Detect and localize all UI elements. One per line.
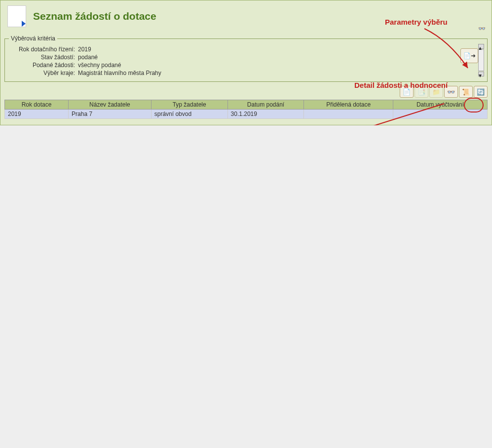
criteria-fieldset: Výběrová kritéria Rok dotačního řízení:2… bbox=[4, 35, 488, 82]
table-row[interactable]: 2019 Praha 7 správní obvod 30.1.2019 bbox=[5, 110, 488, 119]
tool-detail-icon[interactable]: 👓 bbox=[444, 86, 458, 98]
document-icon bbox=[7, 5, 26, 27]
grid-toolbar: 📄 📑 📁 👓 📜 🔄 bbox=[4, 86, 488, 98]
tool-doc-icon[interactable]: 📄 bbox=[400, 86, 414, 98]
glasses-icon: 👓 bbox=[478, 25, 486, 32]
col-typ[interactable]: Typ žadatele bbox=[151, 100, 227, 110]
col-pridelena[interactable]: Přidělená dotace bbox=[304, 100, 393, 110]
filter-params-button[interactable]: 📄➜ bbox=[460, 48, 478, 63]
page-title: Seznam žádostí o dotace bbox=[33, 10, 156, 22]
tool-refresh-icon[interactable]: 🔄 bbox=[474, 86, 488, 98]
tool-scroll-icon[interactable]: 📜 bbox=[459, 86, 473, 98]
col-datum[interactable]: Datum podání bbox=[227, 100, 304, 110]
criteria-legend: Výběrová kritéria bbox=[9, 35, 57, 42]
col-nazev[interactable]: Název žadatele bbox=[69, 100, 151, 110]
requests-table: Rok dotace Název žadatele Typ žadatele D… bbox=[4, 100, 488, 119]
col-rok[interactable]: Rok dotace bbox=[5, 100, 69, 110]
tool-stack-icon: 📑 bbox=[415, 86, 428, 98]
list-panel: Seznam žádostí o dotace 👓 Výběrová krité… bbox=[0, 0, 492, 125]
scroll-down-icon[interactable]: ▾ bbox=[478, 72, 484, 76]
col-vyuctovani[interactable]: Datum vyúčtování bbox=[393, 100, 487, 110]
tool-folder-icon: 📁 bbox=[429, 86, 443, 98]
